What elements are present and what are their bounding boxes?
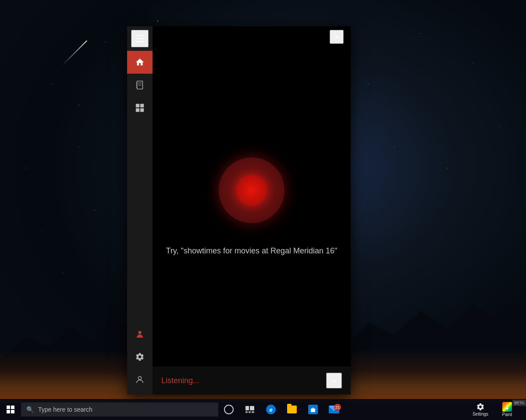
sidebar-item-settings[interactable] bbox=[127, 345, 153, 368]
profile-icon bbox=[135, 329, 145, 339]
arrow-forward-button[interactable]: → bbox=[326, 373, 342, 388]
cortana-bottombar: Listening... → bbox=[153, 367, 351, 395]
svg-rect-14 bbox=[245, 411, 248, 413]
taskbar-app-icons: e 21 bbox=[260, 399, 470, 420]
sidebar-menu-button[interactable] bbox=[131, 30, 149, 47]
home-icon bbox=[135, 57, 145, 67]
sidebar-item-notebook[interactable] bbox=[127, 74, 153, 96]
svg-rect-16 bbox=[252, 411, 254, 413]
svg-point-11 bbox=[138, 377, 141, 380]
svg-rect-1 bbox=[136, 83, 137, 84]
svg-rect-13 bbox=[250, 406, 254, 410]
svg-rect-7 bbox=[140, 104, 144, 107]
sidebar-item-user[interactable] bbox=[127, 368, 153, 391]
mic-inner-dot bbox=[236, 175, 267, 206]
collection-icon bbox=[135, 103, 145, 113]
taskbar: 🔍 Type here to search e bbox=[0, 399, 526, 420]
store-bag-icon bbox=[310, 406, 316, 413]
windows-icon bbox=[7, 406, 14, 413]
user-icon bbox=[135, 375, 145, 384]
edge-app-icon[interactable]: e bbox=[260, 399, 281, 420]
cortana-content: × Try, "showtimes for movies at Regal Me… bbox=[153, 26, 351, 395]
cortana-topbar: × bbox=[153, 26, 351, 47]
search-placeholder-text: Type here to search bbox=[38, 406, 92, 413]
mail-badge: 21 bbox=[334, 404, 341, 411]
system-tray: Settings Paint BETA bbox=[470, 399, 526, 420]
edge-icon: e bbox=[266, 405, 276, 414]
svg-point-20 bbox=[506, 408, 508, 409]
gear-icon bbox=[476, 402, 485, 411]
suggestion-text: Try, "showtimes for movies at Regal Meri… bbox=[166, 245, 338, 257]
paint-tray-icon[interactable]: Paint bbox=[492, 399, 522, 420]
svg-rect-9 bbox=[140, 108, 144, 112]
sidebar-item-profile[interactable] bbox=[127, 323, 153, 345]
paint-brush-icon bbox=[502, 402, 512, 412]
svg-rect-8 bbox=[136, 108, 139, 112]
svg-point-10 bbox=[138, 331, 141, 334]
sidebar-bottom bbox=[127, 323, 153, 391]
svg-rect-3 bbox=[136, 87, 137, 88]
svg-rect-2 bbox=[136, 85, 137, 85]
svg-rect-12 bbox=[245, 406, 249, 410]
sidebar-item-collection[interactable] bbox=[127, 96, 153, 119]
cortana-taskbar-button[interactable] bbox=[218, 399, 239, 420]
settings-icon bbox=[135, 352, 145, 362]
mic-button[interactable] bbox=[219, 157, 284, 223]
close-icon: × bbox=[334, 32, 339, 42]
listening-status-text: Listening... bbox=[161, 376, 199, 385]
paint-label: Paint bbox=[502, 412, 512, 417]
notebook-icon bbox=[135, 80, 145, 90]
svg-rect-6 bbox=[136, 104, 139, 107]
search-icon: 🔍 bbox=[26, 406, 34, 413]
task-view-button[interactable] bbox=[239, 399, 260, 420]
cortana-window: × Try, "showtimes for movies at Regal Me… bbox=[127, 26, 351, 395]
file-explorer-icon[interactable] bbox=[281, 399, 302, 420]
svg-rect-15 bbox=[249, 411, 251, 413]
folder-icon bbox=[287, 406, 297, 413]
listening-area: Try, "showtimes for movies at Regal Meri… bbox=[153, 47, 351, 367]
cortana-circle-icon bbox=[224, 405, 234, 414]
svg-rect-17 bbox=[311, 409, 315, 412]
store-app-icon[interactable] bbox=[302, 399, 323, 420]
arrow-right-icon: → bbox=[330, 376, 338, 386]
close-button[interactable]: × bbox=[330, 30, 344, 44]
sidebar-nav bbox=[127, 51, 153, 323]
settings-label: Settings bbox=[473, 412, 488, 416]
sidebar-item-home[interactable] bbox=[127, 51, 153, 74]
taskbar-search-bar[interactable]: 🔍 Type here to search bbox=[21, 402, 218, 416]
start-button[interactable] bbox=[0, 399, 21, 420]
task-view-icon bbox=[245, 406, 254, 413]
mail-app-icon[interactable]: 21 bbox=[323, 399, 345, 420]
settings-tray-icon[interactable]: Settings bbox=[470, 399, 491, 420]
cortana-sidebar bbox=[127, 26, 153, 395]
store-icon bbox=[308, 405, 318, 414]
paintbrush-svg bbox=[504, 404, 510, 410]
